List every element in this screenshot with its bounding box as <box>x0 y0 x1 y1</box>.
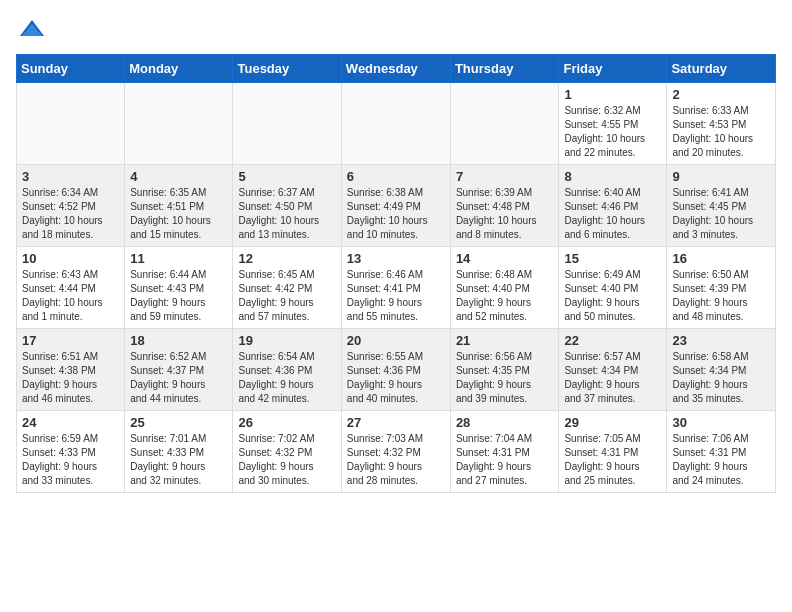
day-number: 29 <box>564 415 661 430</box>
day-info: Sunrise: 6:43 AM Sunset: 4:44 PM Dayligh… <box>22 268 119 324</box>
weekday-header-saturday: Saturday <box>667 55 776 83</box>
calendar-cell: 4Sunrise: 6:35 AM Sunset: 4:51 PM Daylig… <box>125 165 233 247</box>
day-info: Sunrise: 6:33 AM Sunset: 4:53 PM Dayligh… <box>672 104 770 160</box>
day-info: Sunrise: 7:03 AM Sunset: 4:32 PM Dayligh… <box>347 432 445 488</box>
day-number: 30 <box>672 415 770 430</box>
calendar-cell: 23Sunrise: 6:58 AM Sunset: 4:34 PM Dayli… <box>667 329 776 411</box>
calendar-cell: 15Sunrise: 6:49 AM Sunset: 4:40 PM Dayli… <box>559 247 667 329</box>
day-info: Sunrise: 6:40 AM Sunset: 4:46 PM Dayligh… <box>564 186 661 242</box>
calendar-cell: 30Sunrise: 7:06 AM Sunset: 4:31 PM Dayli… <box>667 411 776 493</box>
day-info: Sunrise: 6:35 AM Sunset: 4:51 PM Dayligh… <box>130 186 227 242</box>
day-info: Sunrise: 6:37 AM Sunset: 4:50 PM Dayligh… <box>238 186 335 242</box>
calendar-cell: 7Sunrise: 6:39 AM Sunset: 4:48 PM Daylig… <box>450 165 559 247</box>
calendar-cell: 2Sunrise: 6:33 AM Sunset: 4:53 PM Daylig… <box>667 83 776 165</box>
day-number: 27 <box>347 415 445 430</box>
calendar-cell: 19Sunrise: 6:54 AM Sunset: 4:36 PM Dayli… <box>233 329 341 411</box>
logo-icon <box>18 16 46 44</box>
day-number: 20 <box>347 333 445 348</box>
calendar-cell <box>233 83 341 165</box>
calendar-cell: 25Sunrise: 7:01 AM Sunset: 4:33 PM Dayli… <box>125 411 233 493</box>
day-number: 4 <box>130 169 227 184</box>
day-number: 8 <box>564 169 661 184</box>
calendar-cell: 1Sunrise: 6:32 AM Sunset: 4:55 PM Daylig… <box>559 83 667 165</box>
calendar-cell: 6Sunrise: 6:38 AM Sunset: 4:49 PM Daylig… <box>341 165 450 247</box>
day-number: 24 <box>22 415 119 430</box>
day-number: 6 <box>347 169 445 184</box>
weekday-header-monday: Monday <box>125 55 233 83</box>
day-info: Sunrise: 6:52 AM Sunset: 4:37 PM Dayligh… <box>130 350 227 406</box>
calendar-cell: 18Sunrise: 6:52 AM Sunset: 4:37 PM Dayli… <box>125 329 233 411</box>
day-info: Sunrise: 6:34 AM Sunset: 4:52 PM Dayligh… <box>22 186 119 242</box>
day-number: 1 <box>564 87 661 102</box>
calendar-cell: 17Sunrise: 6:51 AM Sunset: 4:38 PM Dayli… <box>17 329 125 411</box>
calendar-cell: 9Sunrise: 6:41 AM Sunset: 4:45 PM Daylig… <box>667 165 776 247</box>
weekday-header-wednesday: Wednesday <box>341 55 450 83</box>
day-number: 10 <box>22 251 119 266</box>
day-info: Sunrise: 6:58 AM Sunset: 4:34 PM Dayligh… <box>672 350 770 406</box>
calendar-cell <box>450 83 559 165</box>
day-info: Sunrise: 6:56 AM Sunset: 4:35 PM Dayligh… <box>456 350 554 406</box>
day-number: 22 <box>564 333 661 348</box>
day-info: Sunrise: 6:48 AM Sunset: 4:40 PM Dayligh… <box>456 268 554 324</box>
weekday-header-friday: Friday <box>559 55 667 83</box>
day-info: Sunrise: 7:02 AM Sunset: 4:32 PM Dayligh… <box>238 432 335 488</box>
weekday-header-tuesday: Tuesday <box>233 55 341 83</box>
day-number: 23 <box>672 333 770 348</box>
day-info: Sunrise: 6:46 AM Sunset: 4:41 PM Dayligh… <box>347 268 445 324</box>
day-number: 28 <box>456 415 554 430</box>
day-info: Sunrise: 6:57 AM Sunset: 4:34 PM Dayligh… <box>564 350 661 406</box>
calendar-cell: 14Sunrise: 6:48 AM Sunset: 4:40 PM Dayli… <box>450 247 559 329</box>
day-number: 3 <box>22 169 119 184</box>
day-info: Sunrise: 6:32 AM Sunset: 4:55 PM Dayligh… <box>564 104 661 160</box>
day-number: 16 <box>672 251 770 266</box>
calendar-cell: 21Sunrise: 6:56 AM Sunset: 4:35 PM Dayli… <box>450 329 559 411</box>
day-info: Sunrise: 7:01 AM Sunset: 4:33 PM Dayligh… <box>130 432 227 488</box>
weekday-header-thursday: Thursday <box>450 55 559 83</box>
calendar-cell: 8Sunrise: 6:40 AM Sunset: 4:46 PM Daylig… <box>559 165 667 247</box>
calendar-week-row: 17Sunrise: 6:51 AM Sunset: 4:38 PM Dayli… <box>17 329 776 411</box>
calendar-cell: 10Sunrise: 6:43 AM Sunset: 4:44 PM Dayli… <box>17 247 125 329</box>
page-container: SundayMondayTuesdayWednesdayThursdayFrid… <box>0 0 792 503</box>
calendar-week-row: 10Sunrise: 6:43 AM Sunset: 4:44 PM Dayli… <box>17 247 776 329</box>
day-number: 18 <box>130 333 227 348</box>
day-number: 21 <box>456 333 554 348</box>
calendar-cell <box>17 83 125 165</box>
calendar-cell: 22Sunrise: 6:57 AM Sunset: 4:34 PM Dayli… <box>559 329 667 411</box>
day-number: 11 <box>130 251 227 266</box>
calendar-cell: 20Sunrise: 6:55 AM Sunset: 4:36 PM Dayli… <box>341 329 450 411</box>
calendar-cell: 16Sunrise: 6:50 AM Sunset: 4:39 PM Dayli… <box>667 247 776 329</box>
calendar-cell: 24Sunrise: 6:59 AM Sunset: 4:33 PM Dayli… <box>17 411 125 493</box>
calendar-cell: 29Sunrise: 7:05 AM Sunset: 4:31 PM Dayli… <box>559 411 667 493</box>
day-info: Sunrise: 6:44 AM Sunset: 4:43 PM Dayligh… <box>130 268 227 324</box>
calendar-cell: 3Sunrise: 6:34 AM Sunset: 4:52 PM Daylig… <box>17 165 125 247</box>
calendar-cell: 11Sunrise: 6:44 AM Sunset: 4:43 PM Dayli… <box>125 247 233 329</box>
day-number: 7 <box>456 169 554 184</box>
page-header <box>16 16 776 42</box>
day-info: Sunrise: 7:06 AM Sunset: 4:31 PM Dayligh… <box>672 432 770 488</box>
day-info: Sunrise: 6:38 AM Sunset: 4:49 PM Dayligh… <box>347 186 445 242</box>
weekday-header-row: SundayMondayTuesdayWednesdayThursdayFrid… <box>17 55 776 83</box>
weekday-header-sunday: Sunday <box>17 55 125 83</box>
day-number: 9 <box>672 169 770 184</box>
calendar-cell <box>125 83 233 165</box>
day-info: Sunrise: 6:59 AM Sunset: 4:33 PM Dayligh… <box>22 432 119 488</box>
calendar-cell: 27Sunrise: 7:03 AM Sunset: 4:32 PM Dayli… <box>341 411 450 493</box>
day-info: Sunrise: 6:54 AM Sunset: 4:36 PM Dayligh… <box>238 350 335 406</box>
calendar-week-row: 24Sunrise: 6:59 AM Sunset: 4:33 PM Dayli… <box>17 411 776 493</box>
day-info: Sunrise: 6:51 AM Sunset: 4:38 PM Dayligh… <box>22 350 119 406</box>
calendar-table: SundayMondayTuesdayWednesdayThursdayFrid… <box>16 54 776 493</box>
calendar-cell: 12Sunrise: 6:45 AM Sunset: 4:42 PM Dayli… <box>233 247 341 329</box>
day-info: Sunrise: 7:04 AM Sunset: 4:31 PM Dayligh… <box>456 432 554 488</box>
day-info: Sunrise: 7:05 AM Sunset: 4:31 PM Dayligh… <box>564 432 661 488</box>
calendar-cell: 13Sunrise: 6:46 AM Sunset: 4:41 PM Dayli… <box>341 247 450 329</box>
logo <box>16 16 46 42</box>
day-number: 13 <box>347 251 445 266</box>
day-info: Sunrise: 6:41 AM Sunset: 4:45 PM Dayligh… <box>672 186 770 242</box>
day-number: 17 <box>22 333 119 348</box>
day-number: 26 <box>238 415 335 430</box>
calendar-cell: 5Sunrise: 6:37 AM Sunset: 4:50 PM Daylig… <box>233 165 341 247</box>
calendar-cell: 26Sunrise: 7:02 AM Sunset: 4:32 PM Dayli… <box>233 411 341 493</box>
day-number: 19 <box>238 333 335 348</box>
day-number: 12 <box>238 251 335 266</box>
day-info: Sunrise: 6:39 AM Sunset: 4:48 PM Dayligh… <box>456 186 554 242</box>
